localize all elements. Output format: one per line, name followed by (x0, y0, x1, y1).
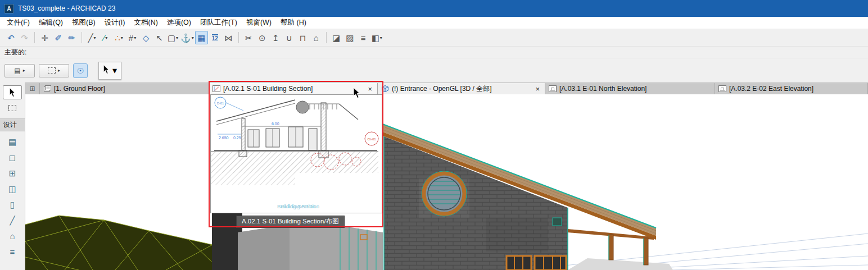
lower-windows (507, 256, 566, 270)
menu-item-design[interactable]: 设计(I) (100, 17, 130, 29)
menu-item-document[interactable]: 文档(N) (130, 17, 162, 29)
dropdown-arrow-icon[interactable]: ▾ (134, 35, 136, 40)
tab-preview-popup[interactable]: 2.650 0.25 6.00 D-01 Ch-01 Building Sect… (210, 94, 382, 213)
arrow-mode-button[interactable]: ↖ (153, 31, 166, 44)
wall-tool-icon: ▤ (8, 137, 16, 147)
dimension-text: 2.650 (219, 136, 229, 140)
fillet-icon: ∪ (286, 34, 292, 42)
tab-label: (!) Entrance - OpenGL [3D / 全部] (392, 84, 492, 94)
snap-points-button[interactable]: ∴▾ (112, 31, 125, 44)
gravity-button[interactable]: ⚓▾ (180, 31, 195, 44)
change-marker-label: Ch-01 (368, 138, 376, 141)
quick-select-toggle[interactable]: ☉ (73, 63, 88, 78)
marquee-mode-button[interactable]: ⋈ (222, 31, 235, 44)
viewport-3d[interactable] (25, 94, 868, 270)
dropdown-arrow-icon[interactable]: ▾ (105, 35, 107, 40)
slab-tool[interactable]: ⊞ (3, 166, 22, 180)
tab-label: [1. Ground Floor] (54, 85, 105, 93)
tab-label: [A.02.1 S-01 Building Section] (223, 85, 313, 93)
flyout-arrow-icon[interactable]: ▸ (23, 68, 25, 73)
tab-east-elevation[interactable]: [A.03.2 E-02 East Elevation] (715, 83, 868, 94)
marquee-mode-icon: ⋈ (224, 34, 233, 42)
window-titlebar[interactable]: A TS03_complete - ARCHICAD 23 (0, 0, 868, 17)
line-tool-button[interactable]: ╱▾ (85, 31, 98, 44)
tab-north-elevation[interactable]: [A.03.1 E-01 North Elevation] (545, 83, 715, 94)
menu-item-options[interactable]: 选项(O) (162, 17, 196, 29)
arrow-cursor-icon[interactable] (103, 65, 110, 77)
menu-item-help[interactable]: 帮助 (H) (276, 17, 311, 29)
dropdown-arrow-icon[interactable]: ▾ (380, 35, 382, 40)
redo-button[interactable]: ↷ (18, 31, 31, 44)
roof-tool[interactable]: ⌂ (3, 229, 22, 243)
auto-dimension-button[interactable]: 12 (209, 31, 221, 44)
guide-lines-button[interactable]: ∕▾ (99, 31, 112, 44)
close-tab-icon[interactable]: × (534, 85, 541, 93)
tab-entrance-3d[interactable]: (!) Entrance - OpenGL [3D / 全部] × (378, 83, 545, 94)
close-tab-icon[interactable]: × (366, 85, 374, 93)
elevation-view-icon (718, 85, 726, 92)
arrow-tool[interactable] (3, 85, 22, 99)
menu-item-file[interactable]: 文件(F) (2, 17, 34, 29)
pick-up-parameters-button[interactable]: ✐ (52, 31, 65, 44)
fills-button[interactable]: ◧▾ (370, 31, 383, 44)
section-preview-drawing: 2.650 0.25 6.00 D-01 Ch-01 (211, 95, 382, 198)
zoom-button[interactable]: ⊙ (256, 31, 269, 44)
window-tool[interactable]: ◫ (3, 182, 22, 196)
menu-item-teamwork[interactable]: 团队工作(T) (196, 17, 242, 29)
tab-building-section[interactable]: [A.02.1 S-01 Building Section] × (209, 83, 378, 94)
toolbar-separator (238, 32, 239, 43)
menu-item-edit[interactable]: 编辑(Q) (34, 17, 67, 29)
dropdown-arrow-icon[interactable]: ▾ (192, 35, 194, 40)
snap-points-icon: ∴ (115, 34, 120, 42)
fills-icon: ◧ (372, 34, 379, 42)
inject-parameters-button[interactable]: ✏ (65, 31, 78, 44)
toolbar-separator (82, 32, 82, 43)
virtual-trace-button[interactable]: ◪ (330, 31, 343, 44)
undo-button[interactable]: ↶ (4, 31, 17, 44)
column-tool[interactable]: ▯ (3, 198, 22, 212)
menu-item-view[interactable]: 视图(B) (67, 17, 100, 29)
eraser-button[interactable]: ▨ (343, 31, 356, 44)
snap-cursor-button[interactable]: ✛ (38, 31, 51, 44)
dropdown-arrow-icon[interactable]: ▾ (176, 35, 178, 40)
wall-tool[interactable]: ▤ (3, 135, 22, 149)
toolbar-separator (34, 32, 35, 43)
door-tool-icon: ◻ (9, 153, 16, 163)
stair-tool[interactable]: ≡ (3, 245, 22, 259)
beam-tool[interactable]: ╱ (3, 213, 22, 227)
terrain-mesh (25, 216, 213, 270)
split-button[interactable]: ✂ (242, 31, 255, 44)
menu-item-window[interactable]: 视窗(W) (242, 17, 276, 29)
toolbar-separator (326, 32, 327, 43)
flyout-arrow-icon[interactable]: ▸ (58, 68, 60, 73)
dropdown-arrow-icon[interactable]: ▾ (94, 35, 96, 40)
marquee-tool[interactable] (3, 101, 22, 115)
selection-flyout-button[interactable]: ▸ (39, 64, 69, 77)
stretch-button[interactable]: ↥ (269, 31, 282, 44)
eraser-icon: ▨ (346, 34, 354, 42)
favorites-flyout-button[interactable]: ▤ ▸ (4, 64, 35, 77)
fit-in-window-button[interactable]: ⌂ (310, 31, 323, 44)
dropdown-arrow-icon[interactable]: ▾ (121, 35, 123, 40)
snap-cursor-icon: ✛ (41, 34, 48, 42)
floor-plan-icon (43, 85, 51, 92)
quick-select-icon: ☉ (77, 66, 84, 75)
editing-plane-button[interactable]: ◇ (139, 31, 152, 44)
frame-mode-button[interactable]: ▢▾ (166, 31, 179, 44)
offset-button[interactable]: ⊓ (296, 31, 309, 44)
tab-overview-button[interactable]: ⊞ (25, 83, 40, 94)
grid-snap-button[interactable]: #▾ (126, 31, 139, 44)
toolbox-sidebar: 设计 ▤ ◻ ⊞ ◫ ▯ ╱ ⌂ ≡ (0, 83, 25, 270)
dimension-text: 0.25 (233, 136, 241, 140)
stair-tool-icon: ≡ (10, 247, 15, 257)
arrow-cursor-icon (9, 88, 16, 98)
snap-guides-toggle-button[interactable]: ▦ (195, 31, 208, 44)
tab-ground-floor[interactable]: [1. Ground Floor] (40, 83, 209, 94)
toolbox-section-design[interactable]: 设计 (0, 118, 25, 131)
offset-icon: ⊓ (299, 34, 306, 42)
dropdown-arrow-icon[interactable]: ▾ (112, 65, 117, 76)
fillet-button[interactable]: ∪ (283, 31, 296, 44)
door-tool[interactable]: ◻ (3, 150, 22, 164)
quick-options-bar: ▤ ▸ ▸ ☉ ▾ (0, 58, 868, 83)
layers-button[interactable]: ≡ (357, 31, 370, 44)
